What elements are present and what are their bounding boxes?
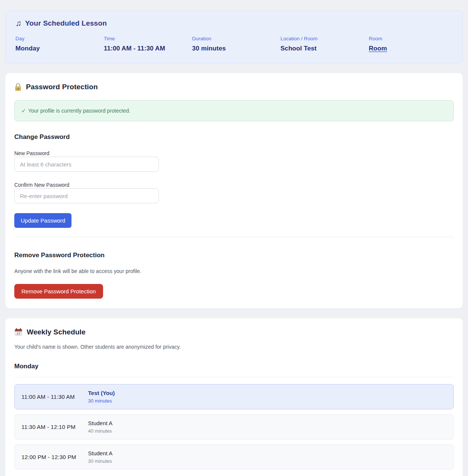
- lock-icon: [14, 83, 22, 91]
- scheduled-lesson-card: ♫ Your Scheduled Lesson Day Monday Time …: [5, 11, 463, 63]
- svg-text:17: 17: [17, 332, 20, 336]
- confirm-password-label: Confirm New Password: [14, 182, 69, 188]
- remove-protection-button[interactable]: Remove Password Protection: [14, 284, 103, 299]
- password-protection-card: Password Protection ✓Your profile is cur…: [5, 73, 463, 308]
- lesson-field-label: Day: [15, 36, 99, 41]
- lesson-field-time: Time 11:00 AM - 11:30 AM: [104, 36, 188, 52]
- entry-time: 11:00 AM - 11:30 AM: [21, 394, 88, 400]
- password-protection-title: Password Protection: [26, 83, 98, 91]
- lesson-field-label: Time: [104, 36, 188, 41]
- password-status-message: Your profile is currently password prote…: [28, 108, 131, 114]
- entry-name: Student A: [88, 450, 112, 456]
- lesson-field-room: Room Room: [369, 36, 453, 52]
- remove-protection-description: Anyone with the link will be able to acc…: [14, 268, 454, 274]
- new-password-label: New Password: [14, 150, 49, 156]
- entry-time: 11:30 AM - 12:10 PM: [21, 424, 88, 430]
- room-link[interactable]: Room: [369, 45, 387, 52]
- lesson-details-grid: Day Monday Time 11:00 AM - 11:30 AM Dura…: [15, 36, 453, 52]
- day-heading: Monday: [14, 363, 454, 377]
- lesson-field-label: Room: [369, 36, 453, 41]
- lesson-field-label: Duration: [192, 36, 276, 41]
- lesson-field-value: School Test: [280, 45, 364, 52]
- scheduled-lesson-title: Your Scheduled Lesson: [25, 19, 107, 27]
- entry-info: Student A 40 minutes: [88, 420, 112, 434]
- entry-duration: 30 minutes: [88, 398, 115, 404]
- entry-info: Test (You) 30 minutes: [88, 390, 115, 404]
- weekly-schedule-title: Weekly Schedule: [27, 328, 85, 336]
- entry-time: 12:00 PM - 12:30 PM: [21, 454, 88, 460]
- weekly-schedule-card: 17 Weekly Schedule Your child's name is …: [5, 318, 463, 476]
- lesson-field-label: Location / Room: [280, 36, 364, 41]
- schedule-entry: 12:00 PM - 12:30 PM Student A 30 minutes: [14, 444, 454, 470]
- confirm-password-input[interactable]: [14, 188, 159, 203]
- lesson-field-duration: Duration 30 minutes: [192, 36, 276, 52]
- section-divider: [14, 237, 454, 237]
- calendar-icon: 17: [14, 328, 23, 336]
- new-password-input[interactable]: [14, 157, 159, 172]
- lesson-field-day: Day Monday: [15, 36, 99, 52]
- entry-name: Student A: [88, 420, 112, 426]
- entry-duration: 40 minutes: [88, 428, 112, 434]
- lesson-field-location: Location / Room School Test: [280, 36, 364, 52]
- update-password-button[interactable]: Update Password: [14, 213, 71, 228]
- lesson-field-value: 30 minutes: [192, 45, 276, 52]
- privacy-note: Your child's name is shown. Other studen…: [14, 344, 454, 350]
- lesson-field-value: 11:00 AM - 11:30 AM: [104, 45, 188, 52]
- entry-name: Test (You): [88, 390, 115, 396]
- entry-info: Student A 30 minutes: [88, 450, 112, 464]
- schedule-entry-own: 11:00 AM - 11:30 AM Test (You) 30 minute…: [14, 384, 454, 409]
- schedule-entry: 11:30 AM - 12:10 PM Student A 40 minutes: [14, 414, 454, 439]
- lesson-field-value: Monday: [15, 45, 99, 52]
- entry-duration: 30 minutes: [88, 458, 112, 464]
- change-password-heading: Change Password: [14, 133, 454, 141]
- password-status-alert: ✓Your profile is currently password prot…: [14, 100, 454, 121]
- check-icon: ✓: [21, 108, 26, 114]
- remove-protection-heading: Remove Password Protection: [14, 252, 454, 259]
